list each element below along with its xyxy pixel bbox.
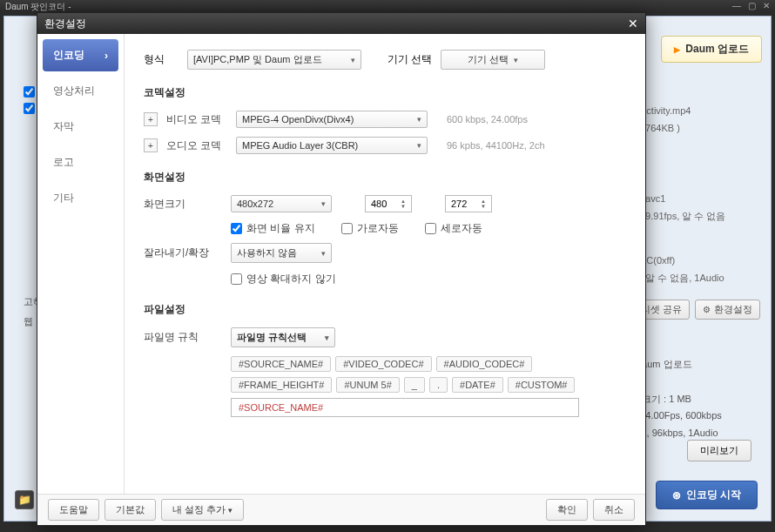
output-info-panel: ! Daum 업로드 .avi ㅏ 크기 : 1 MB 2, 24.00Fps,… [630,356,760,442]
video-codec-label: 비디오 코덱 [166,112,227,127]
video-codec-info-text: 600 kbps, 24.00fps [447,114,528,125]
close-icon[interactable]: ✕ [763,1,770,11]
filename-tags-row1: #SOURCE_NAME# #VIDEO_CODEC# #AUDIO_CODEC… [231,356,626,372]
audio-codec-info: AC(0xff) [640,253,762,269]
filename-rule-label: 파일명 규칙 [144,330,222,345]
tab-subtitle[interactable]: 자막 [43,111,118,143]
video-codec-select[interactable]: MPEG-4 OpenDivx(Divx4) [236,111,428,128]
height-spinner[interactable]: ▲▼ [481,199,486,209]
dialog-close-icon[interactable]: ✕ [628,17,638,30]
tag-underscore[interactable]: _ [404,377,425,393]
dialog-title: 환경설정 [44,17,86,31]
audio-codec-select[interactable]: MPEG Audio Layer 3(CBR) [236,137,428,154]
tag-audio-codec[interactable]: #AUDIO_CODEC# [436,356,533,372]
file-info-panel: Activity.mp4 4764KB ) , avc1 29.91fps, 알… [640,104,762,288]
filename-rule-select[interactable]: 파일명 규칙선택 [231,327,335,347]
out-size: ㅏ 크기 : 1 MB [630,391,760,408]
device-label: 기기 선택 [388,52,432,67]
footer-right-buttons: 확인 취소 [546,499,635,521]
screen-size-label: 화면크기 [144,197,222,212]
main-titlebar: Daum 팟인코더 - — ▢ ✕ [0,0,775,12]
audio-expand-button[interactable]: + [144,138,158,152]
video-codec-row: + 비디오 코덱 MPEG-4 OpenDivx(Divx4) 600 kbps… [144,111,626,128]
row-check-1[interactable] [24,86,35,98]
filename-pattern-input[interactable]: #SOURCE_NAME# [231,398,579,417]
out-video: 2, 24.00Fps, 600kbps [630,407,760,425]
filename-tags-row2: #FRAME_HEIGHT# #UNUM 5# _ . #DATE# #CUST… [231,377,626,393]
tab-etc[interactable]: 기타 [43,182,118,214]
window-controls: — ▢ ✕ [732,1,770,11]
tab-encoding[interactable]: 인코딩 › [43,39,118,71]
maximize-icon[interactable]: ▢ [748,1,756,11]
file-section-title: 파일설정 [144,302,626,317]
crop-label: 잘라내기/확장 [144,246,222,260]
preview-button[interactable]: 미리보기 [687,440,751,461]
dialog-main: 형식 [AVI]PC,PMP 및 Daum 업로드 기기 선택 기기 선택 코덱… [125,34,645,494]
device-select[interactable]: 기기 선택 [441,50,545,70]
ok-button[interactable]: 확인 [546,499,588,521]
tag-video-codec[interactable]: #VIDEO_CODEC# [335,356,431,372]
screen-section-title: 화면설정 [144,170,626,185]
main-title: Daum 팟인코더 - [5,1,71,11]
tag-source-name[interactable]: #SOURCE_NAME# [231,356,331,372]
audio-codec-info-text: 96 kpbs, 44100Hz, 2ch [447,140,545,151]
width-auto-checkbox[interactable]: 가로자동 [341,221,399,236]
folder-icon[interactable]: 📁 [15,490,34,509]
minimize-icon[interactable]: — [732,1,741,11]
audio-channel-info: , 알 수 없음, 1Audio [640,271,762,286]
width-input[interactable]: 480 ▲▼ [365,195,412,212]
cancel-button[interactable]: 취소 [593,499,635,521]
video-expand-button[interactable]: + [144,112,158,126]
tag-date[interactable]: #DATE# [452,377,503,393]
keep-ratio-checkbox[interactable]: 화면 비율 유지 [231,221,315,236]
tab-video-processing[interactable]: 영상처리 [43,75,118,107]
video-codec-info: , avc1 [640,192,762,207]
video-fps-info: 29.91fps, 알 수 없음 [640,209,762,225]
chevron-right-icon: › [104,50,108,62]
audio-codec-label: 오디오 코덱 [166,138,227,153]
codec-section-title: 코덱설정 [144,85,626,100]
audio-codec-row: + 오디오 코덱 MPEG Audio Layer 3(CBR) 96 kpbs… [144,137,626,154]
start-encoding-button[interactable]: 인코딩 시작 [656,481,758,509]
height-auto-checkbox[interactable]: 세로자동 [425,221,482,236]
daum-upload-button[interactable]: Daum 업로드 [661,36,762,63]
dialog-body: 인코딩 › 영상처리 자막 로고 기타 형식 [AVI]PC,PMP 및 Dau… [37,34,645,494]
dialog-footer: 도움말 기본값 내 설정 추가 확인 취소 [37,494,645,525]
settings-button[interactable]: 환경설정 [695,300,760,320]
tag-custom[interactable]: #CUSTOM# [508,377,576,393]
footer-left-buttons: 도움말 기본값 내 설정 추가 [48,499,244,521]
settings-dialog: 환경설정 ✕ 인코딩 › 영상처리 자막 로고 기타 형식 [AVI]PC,PM… [37,12,646,526]
format-row: 형식 [AVI]PC,PMP 및 Daum 업로드 기기 선택 기기 선택 [144,50,626,70]
width-spinner[interactable]: ▲▼ [401,199,406,209]
left-checkboxes [24,86,35,119]
help-button[interactable]: 도움말 [48,499,99,521]
aspect-checkboxes: 화면 비율 유지 가로자동 세로자동 [231,221,626,236]
no-expand-row: 영상 확대하지 않기 [231,272,626,286]
dialog-titlebar: 환경설정 ✕ [37,13,645,34]
screen-size-row: 화면크기 480x272 480 ▲▼ 272 ▲▼ [144,195,626,212]
tag-dot[interactable]: . [429,377,448,393]
no-expand-checkbox[interactable]: 영상 확대하지 않기 [231,272,336,286]
out-ext: .avi [630,374,760,391]
format-select[interactable]: [AVI]PC,PMP 및 Daum 업로드 [187,50,361,70]
tab-logo[interactable]: 로고 [43,146,118,178]
format-label: 형식 [144,52,179,67]
defaults-button[interactable]: 기본값 [104,499,156,521]
size-preset-select[interactable]: 480x272 [231,195,332,212]
add-settings-button[interactable]: 내 설정 추가 [161,499,244,521]
height-input[interactable]: 272 ▲▼ [445,195,492,212]
crop-row: 잘라내기/확장 사용하지 않음 [144,243,626,263]
crop-select[interactable]: 사용하지 않음 [231,243,332,263]
dialog-sidebar: 인코딩 › 영상처리 자막 로고 기타 [37,34,125,494]
row-check-2[interactable] [24,103,35,114]
tag-frame-height[interactable]: #FRAME_HEIGHT# [231,377,332,393]
filename-rule-row: 파일명 규칙 파일명 규칙선택 [144,327,626,347]
file-name: Activity.mp4 [640,104,762,119]
tag-unum[interactable]: #UNUM 5# [336,377,399,393]
file-size: 4764KB ) [640,121,762,137]
out-format: ! Daum 업로드 [630,356,760,374]
